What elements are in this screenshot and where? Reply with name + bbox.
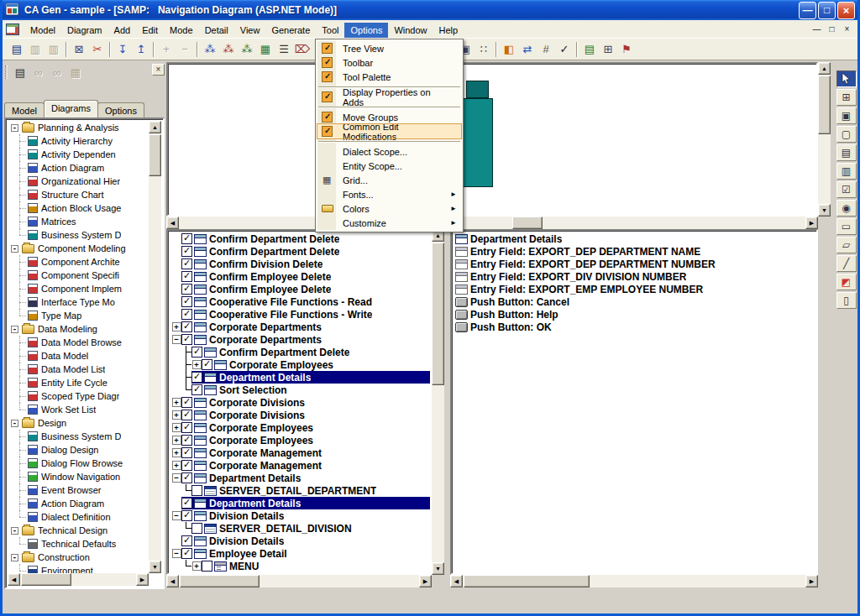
menu-item-model[interactable]: Model [24, 23, 61, 38]
detail-item-department-details[interactable]: Department Details [455, 232, 816, 245]
options-menu-item-toolbar[interactable]: Toolbar [317, 55, 461, 70]
close-button[interactable]: × [837, 2, 855, 19]
tree-item-organizational-hier[interactable]: Organizational Hier [8, 175, 149, 188]
tree-item-data-model-list[interactable]: Data Model List [8, 363, 149, 376]
scroll-thumb[interactable] [464, 575, 590, 587]
nav-item-corporate-management[interactable]: +Corporate Management [171, 459, 430, 472]
nav-item-employee-detail[interactable]: −Employee Detail [171, 547, 430, 560]
mdi-restore-button[interactable]: □ [825, 23, 839, 35]
scroll-up-button[interactable]: ▲ [818, 62, 831, 75]
scroll-down-button[interactable]: ▼ [818, 204, 831, 217]
regroup-diagram-icon[interactable]: ⁂ [238, 41, 256, 58]
options-menu-item-tree-view[interactable]: Tree View [317, 41, 461, 55]
toolbar-grip[interactable] [5, 65, 8, 79]
tree-item-work-set-list[interactable]: Work Set List [8, 403, 149, 416]
tree-item-dialect-definition[interactable]: Dialect Definition [8, 510, 149, 524]
nav-item-server-detail-division[interactable]: SERVER_DETAIL_DIVISION [171, 522, 430, 535]
tree-item-component-archite[interactable]: Component Archite [8, 255, 149, 269]
expand-icon[interactable]: + [172, 448, 181, 457]
checked-checkbox[interactable] [181, 460, 192, 471]
expand-icon[interactable]: + [172, 423, 181, 432]
scroll-down-button[interactable]: ▼ [432, 562, 444, 575]
options-menu-item-colors[interactable]: Colors► [317, 201, 461, 216]
checked-checkbox[interactable] [181, 233, 192, 244]
swap-icon[interactable]: ⇄ [518, 41, 537, 58]
tree-item-component-specifi[interactable]: Component Specifi [8, 269, 149, 282]
detail-item-entry-field-export-div-division-number[interactable]: Entry Field: EXPORT_DIV DIVISION NUMBER [455, 270, 816, 283]
tree-item-scoped-type-diagr[interactable]: Scoped Type Diagr [8, 389, 149, 403]
scroll-thumb[interactable] [149, 134, 161, 176]
tree-section-construction[interactable]: -Construction [8, 551, 149, 564]
cut-icon[interactable]: ✂ [88, 41, 107, 58]
tab-diagrams[interactable]: Diagrams [44, 100, 98, 117]
save-icon[interactable]: ▤ [8, 41, 26, 58]
tree-item-window-navigation[interactable]: Window Navigation [8, 470, 149, 483]
align-dots-icon[interactable]: ∷ [475, 41, 493, 58]
color-palette-icon[interactable]: ◧ [500, 41, 518, 58]
checked-checkbox[interactable] [181, 472, 192, 483]
flag-icon[interactable]: ⚑ [617, 41, 636, 58]
detail-item-push-button-ok[interactable]: Push Button: OK [455, 321, 816, 333]
collapse-icon[interactable]: - [11, 326, 18, 333]
nav-item-corporate-management[interactable]: +Corporate Management [171, 446, 430, 459]
nav-item-confirm-division-delete[interactable]: Confirm Division Delete [171, 258, 430, 270]
scroll-left-button[interactable]: ◀ [166, 217, 179, 229]
navigator-vertical-scrollbar[interactable]: ▲ ▼ [432, 229, 444, 575]
canvas-horizontal-scrollbar[interactable]: ◀ ▶ [166, 217, 818, 229]
tree-item-action-diagram[interactable]: Action Diagram [8, 161, 149, 175]
nav-item-confirm-department-delete[interactable]: Confirm Department Delete [171, 245, 430, 258]
navigator-horizontal-scrollbar[interactable]: ◀ ▶ [166, 575, 432, 587]
checked-checkbox[interactable] [181, 410, 192, 420]
nav-item-corporate-divisions[interactable]: +Corporate Divisions [171, 396, 430, 409]
checked-checkbox[interactable] [202, 359, 212, 370]
tree-section-data-modeling[interactable]: -Data Modeling [8, 322, 149, 336]
tree-item-dialog-flow-browse[interactable]: Dialog Flow Browse [8, 457, 149, 470]
options-menu-item-tool-palette[interactable]: Tool Palette [317, 70, 461, 84]
nav-item-cooperative-file-functions-read[interactable]: Cooperative File Functions - Read [171, 295, 430, 308]
nav-item-server-detail-department[interactable]: SERVER_DETAIL_DEPARTMENT [171, 484, 430, 497]
scroll-left-button[interactable]: ◀ [166, 575, 179, 587]
unchecked-checkbox[interactable] [191, 485, 202, 496]
checked-checkbox[interactable] [181, 447, 192, 458]
options-menu-item-customize[interactable]: Customize► [317, 216, 461, 230]
nav-item-corporate-departments[interactable]: −Corporate Departments [171, 333, 430, 346]
checked-checkbox[interactable] [181, 284, 192, 295]
tree-item-structure-chart[interactable]: Structure Chart [8, 188, 149, 201]
nav-item-corporate-employees[interactable]: +Corporate Employees [171, 421, 430, 434]
sidebar-close-button[interactable]: × [152, 64, 165, 76]
options-menu-item-common-edit-modifications[interactable]: Common Edit Modifications [317, 124, 461, 138]
expand-icon[interactable]: + [172, 436, 181, 445]
expand-icon[interactable]: + [172, 410, 181, 420]
expand-icon[interactable]: + [172, 398, 181, 407]
restore-button[interactable]: □ [818, 2, 836, 19]
scroll-left-button[interactable]: ◀ [450, 575, 463, 587]
tab-options[interactable]: Options [97, 102, 144, 117]
unchecked-checkbox[interactable] [202, 561, 212, 572]
scroll-left-button[interactable]: ◀ [8, 573, 20, 586]
detail-item-entry-field-export-dep-department-name[interactable]: Entry Field: EXPORT_DEP DEPARTMENT NAME [455, 245, 816, 258]
nav-item-confirm-department-delete[interactable]: Confirm Department Delete [171, 346, 430, 358]
unchecked-checkbox[interactable] [191, 523, 202, 534]
tab-control-tool[interactable]: ▱ [836, 237, 857, 253]
tree-section-technical-design[interactable]: -Technical Design [8, 524, 149, 537]
form-tool[interactable]: ▤ [836, 144, 857, 161]
checked-checkbox[interactable] [181, 397, 192, 408]
tree-section-component-modeling[interactable]: -Component Modeling [8, 242, 149, 255]
expand-icon[interactable]: + [192, 360, 202, 369]
collapse-icon[interactable]: − [172, 335, 181, 344]
table-icon[interactable]: ⊞ [599, 41, 617, 58]
scroll-right-button[interactable]: ▶ [805, 217, 818, 229]
scroll-down-button[interactable]: ▼ [149, 561, 161, 573]
checked-checkbox[interactable] [181, 435, 192, 446]
contract-diagram-icon[interactable]: ⁂ [201, 41, 219, 58]
detail-item-push-button-help[interactable]: Push Button: Help [455, 308, 816, 321]
scroll-right-button[interactable]: ▶ [136, 573, 149, 586]
tree-item-interface-type-mo[interactable]: Interface Type Mo [8, 295, 149, 309]
menu-item-add[interactable]: Add [108, 23, 137, 38]
tree-item-action-diagram[interactable]: Action Diagram [8, 497, 149, 510]
picture-icon[interactable]: ▦ [256, 41, 275, 58]
options-menu-item-display-properties-on-adds[interactable]: Display Properties on Adds [317, 90, 461, 104]
nav-item-department-details[interactable]: Department Details [171, 371, 430, 384]
menu-item-view[interactable]: View [234, 23, 266, 38]
collapse-icon[interactable]: - [11, 245, 18, 253]
